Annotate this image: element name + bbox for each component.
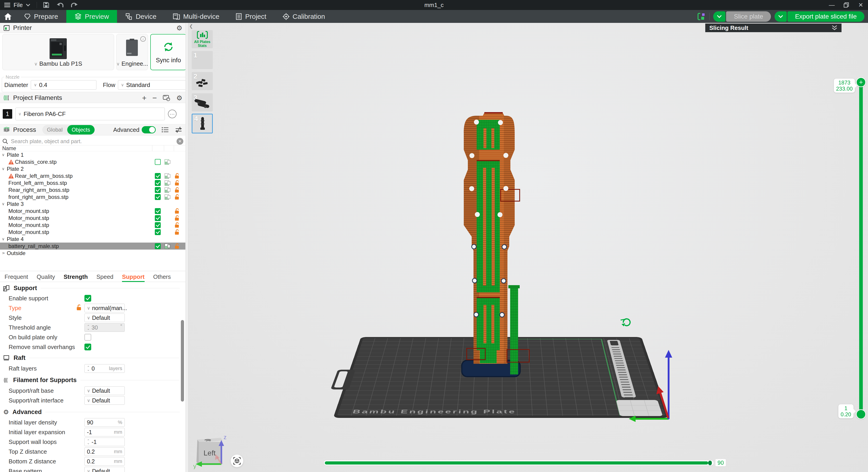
spinner-arrows-icon[interactable]: ⌃⌄ <box>87 366 90 371</box>
plate-thumbnail-4-selected[interactable]: 4 <box>192 114 213 134</box>
print-checkbox[interactable] <box>155 159 161 165</box>
home-tab[interactable] <box>0 10 16 23</box>
print-checkbox[interactable] <box>155 229 161 235</box>
tree-row-object[interactable]: Rear_left_arm_boss.stp <box>0 172 186 179</box>
plate-thumbnail-1[interactable]: 1 <box>192 51 213 69</box>
layer-slider-bottom-handle[interactable] <box>856 409 866 419</box>
support-raft-interface-select[interactable]: ∨ Default <box>85 396 125 405</box>
remove-small-overhangs-checkbox[interactable] <box>85 344 91 350</box>
top-z-distance-input[interactable]: 0.2 mm <box>85 447 125 456</box>
tree-row-object[interactable]: front_right_arm_boss.stp <box>0 194 186 201</box>
flow-select[interactable]: ∨ Standard <box>118 80 189 90</box>
tree-row-object[interactable]: Motor_mount.stp <box>0 222 186 229</box>
global-objects-toggle[interactable]: Global Objects <box>42 125 95 135</box>
minimize-button[interactable]: — <box>825 0 839 10</box>
lock-icon[interactable] <box>76 304 82 311</box>
spinner-arrows-icon[interactable]: ⌃⌄ <box>87 325 90 330</box>
lock-icon[interactable] <box>174 180 180 186</box>
maximize-button[interactable] <box>839 0 854 10</box>
bottom-z-distance-input[interactable]: 0.2 mm <box>85 457 125 466</box>
slice-plate-button[interactable]: Slice plate <box>726 11 771 22</box>
plate-thumbnail-2[interactable]: 2 <box>192 72 213 90</box>
threshold-angle-spinner[interactable]: ⌃⌄ 30 ° <box>85 323 125 332</box>
move-slider[interactable] <box>324 461 714 466</box>
filament-more-button[interactable]: ... <box>168 110 177 118</box>
print-checkbox[interactable] <box>155 173 161 179</box>
tree-row-plate4[interactable]: ∨ Plate 4 <box>0 236 186 242</box>
print-checkbox[interactable] <box>155 180 161 186</box>
advanced-toggle[interactable] <box>142 126 156 134</box>
support-style-select[interactable]: ∨ Default <box>85 314 125 322</box>
chevron-expand-icon[interactable]: ∨ <box>2 202 4 206</box>
base-pattern-select[interactable]: ∨ Default <box>85 467 125 472</box>
tree-row-object[interactable]: Chassis_core.stp <box>0 158 186 165</box>
initial-layer-expansion-input[interactable]: -1 mm <box>85 428 125 437</box>
fit-view-button[interactable] <box>230 454 243 467</box>
filament-settings-gear-icon[interactable]: ⚙ <box>176 94 182 102</box>
tree-row-plate3[interactable]: ∨ Plate 3 <box>0 201 186 207</box>
move-slider-handle[interactable] <box>708 461 712 465</box>
tree-row-plate2[interactable]: ∨ Plate 2 <box>0 165 186 172</box>
redo-button[interactable] <box>67 0 81 10</box>
build-plate[interactable]: Bambu Engineering Plate <box>333 337 669 417</box>
close-button[interactable]: ✕ <box>854 0 868 10</box>
printer-model-card[interactable]: ∨ Bambu Lab P1S <box>2 34 114 70</box>
tab-preview[interactable]: Preview <box>66 10 117 23</box>
tab-project[interactable]: Project <box>227 10 274 23</box>
chevron-collapsed-icon[interactable]: ∨ <box>1 252 6 254</box>
tab-device[interactable]: Device <box>117 10 164 23</box>
spinner-arrows-icon[interactable]: ⌃⌄ <box>87 440 90 444</box>
support-raft-base-select[interactable]: ∨ Default <box>85 386 125 395</box>
lock-icon[interactable] <box>174 215 180 221</box>
tab-others[interactable]: Others <box>153 272 171 282</box>
file-menu[interactable]: File <box>0 0 34 10</box>
lock-icon[interactable] <box>174 229 180 235</box>
print-checkbox[interactable] <box>155 243 161 249</box>
chevron-expand-icon[interactable]: ∨ <box>2 167 4 171</box>
slicing-result-bar[interactable]: Slicing Result <box>705 24 841 32</box>
tree-row-outside[interactable]: ∨ Outside <box>0 249 186 257</box>
lock-icon[interactable] <box>174 173 180 179</box>
undo-button[interactable] <box>53 0 67 10</box>
support-type-select[interactable]: ∨ normal(man... <box>85 304 125 312</box>
tab-speed[interactable]: Speed <box>96 272 114 282</box>
tab-quality[interactable]: Quality <box>37 272 55 282</box>
lock-icon[interactable] <box>174 208 180 214</box>
support-wall-loops-spinner[interactable]: ⌃⌄ -1 <box>85 438 125 446</box>
tree-row-object[interactable]: Motor_mount.stp <box>0 214 186 222</box>
compare-presets-icon[interactable] <box>175 126 182 133</box>
raft-layers-spinner[interactable]: ⌃⌄ 0 layers <box>85 364 125 373</box>
lock-icon[interactable] <box>174 187 180 193</box>
initial-layer-density-input[interactable]: 90 % <box>85 418 125 427</box>
tree-row-plate1[interactable]: ∨ Plate 1 <box>0 151 186 158</box>
chevron-expand-icon[interactable]: ∨ <box>2 152 4 157</box>
search-input[interactable] <box>11 138 174 145</box>
slice-options-button[interactable] <box>713 11 725 22</box>
navigation-cube[interactable]: Left z y <box>193 435 227 469</box>
lock-icon[interactable] <box>174 222 180 228</box>
tab-support[interactable]: Support <box>122 272 145 282</box>
print-checkbox[interactable] <box>155 222 161 228</box>
print-checkbox[interactable] <box>155 187 161 193</box>
objects-segment[interactable]: Objects <box>67 125 95 135</box>
tab-calibration[interactable]: Calibration <box>275 10 333 23</box>
print-checkbox[interactable] <box>155 208 161 214</box>
panel-scrollbar-track[interactable] <box>185 23 188 472</box>
tab-strength[interactable]: Strength <box>64 272 88 282</box>
global-segment[interactable]: Global <box>42 125 67 135</box>
tab-prepare[interactable]: Prepare <box>16 10 66 23</box>
enable-support-checkbox[interactable] <box>85 295 91 302</box>
filament-sync-button[interactable] <box>163 94 170 101</box>
lock-icon[interactable] <box>174 194 180 200</box>
lock-icon[interactable] <box>174 243 180 249</box>
settings-scrollbar[interactable] <box>181 320 184 402</box>
tree-row-object[interactable]: Motor_mount.stp <box>0 229 186 236</box>
print-checkbox[interactable] <box>155 215 161 221</box>
add-filament-button[interactable]: + <box>142 93 147 102</box>
double-chevron-down-icon[interactable] <box>832 25 837 31</box>
search-clear-button[interactable]: ✕ <box>177 138 183 145</box>
layer-slider[interactable]: + 1873 233.00 1 0.20 <box>859 79 863 417</box>
tab-frequent[interactable]: Frequent <box>4 272 28 282</box>
tree-row-object[interactable]: Front_left_arm_boss.stp <box>0 179 186 186</box>
save-button[interactable] <box>39 0 53 10</box>
